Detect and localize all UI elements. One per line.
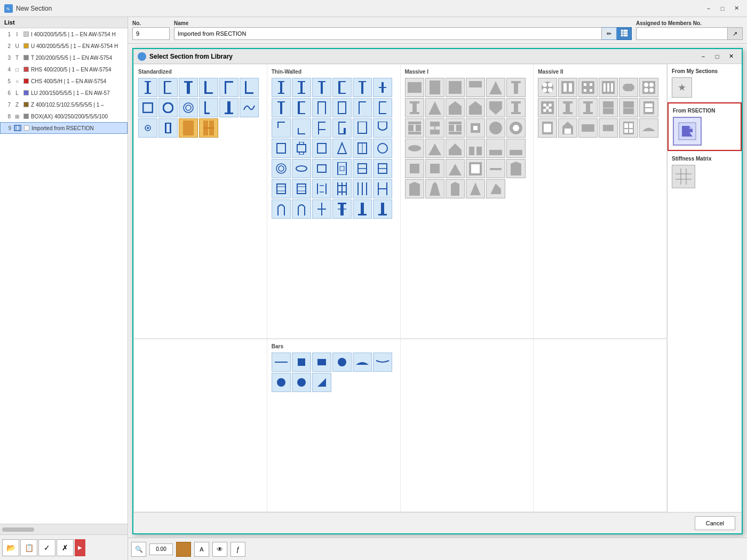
copy-section-button[interactable]: 📋 xyxy=(20,539,37,556)
section-icon[interactable] xyxy=(486,78,505,97)
check-button[interactable]: ✓ xyxy=(38,539,55,556)
section-icon[interactable] xyxy=(353,179,372,198)
section-icon[interactable] xyxy=(332,179,352,198)
section-icon[interactable] xyxy=(373,98,392,117)
section-icon[interactable] xyxy=(292,78,311,97)
section-icon[interactable] xyxy=(425,139,444,158)
section-icon[interactable] xyxy=(578,118,598,138)
section-icon[interactable] xyxy=(272,159,291,178)
section-icon[interactable] xyxy=(272,179,291,198)
section-icon[interactable] xyxy=(272,98,291,117)
section-icon[interactable] xyxy=(466,118,485,138)
section-icon[interactable] xyxy=(138,118,157,138)
section-icon[interactable] xyxy=(272,139,291,158)
section-icon[interactable] xyxy=(332,199,352,219)
section-icon[interactable] xyxy=(292,98,311,117)
section-icon[interactable] xyxy=(558,78,577,97)
material-button[interactable] xyxy=(176,542,191,557)
section-icon[interactable] xyxy=(353,118,372,138)
section-icon[interactable] xyxy=(446,159,465,178)
section-icon[interactable] xyxy=(353,98,372,117)
section-icon[interactable] xyxy=(312,98,331,117)
section-icon[interactable] xyxy=(332,78,352,97)
section-icon[interactable] xyxy=(292,179,311,198)
section-icon[interactable] xyxy=(332,159,352,178)
list-item[interactable]: 5 ○ CHS 400/5/H | 1 – EN AW-5754 xyxy=(0,75,128,87)
section-icon[interactable] xyxy=(405,78,424,97)
dialog-minimize-button[interactable]: − xyxy=(697,51,710,62)
section-icon[interactable] xyxy=(272,78,291,97)
section-icon[interactable] xyxy=(619,98,638,117)
library-button[interactable] xyxy=(617,27,632,40)
section-icon[interactable] xyxy=(558,118,577,138)
section-icon[interactable] xyxy=(353,78,372,97)
section-icon[interactable] xyxy=(199,78,218,97)
section-icon[interactable] xyxy=(639,118,658,138)
section-icon[interactable] xyxy=(373,179,392,198)
scroll-bar[interactable] xyxy=(0,524,128,534)
delete-button[interactable]: ✗ xyxy=(57,539,74,556)
section-icon[interactable] xyxy=(332,118,352,138)
rsection-button[interactable] xyxy=(673,117,702,146)
section-icon[interactable] xyxy=(353,353,372,372)
section-icon[interactable] xyxy=(292,199,311,219)
section-icon[interactable] xyxy=(639,78,658,97)
section-icon[interactable] xyxy=(486,118,505,138)
section-icon[interactable] xyxy=(486,159,505,178)
section-icon[interactable] xyxy=(312,118,331,138)
section-icon[interactable] xyxy=(272,373,291,392)
section-icon[interactable] xyxy=(373,78,392,97)
close-button[interactable]: ✕ xyxy=(730,3,743,14)
maximize-button[interactable]: □ xyxy=(716,3,729,14)
section-icon[interactable] xyxy=(619,118,638,138)
section-icon[interactable] xyxy=(466,179,485,198)
section-icon[interactable] xyxy=(486,179,505,198)
section-icon[interactable] xyxy=(179,78,198,97)
section-icon[interactable] xyxy=(599,118,618,138)
section-icon[interactable] xyxy=(373,199,392,219)
name-input[interactable] xyxy=(174,27,602,40)
section-icon[interactable] xyxy=(312,159,331,178)
section-icon[interactable] xyxy=(446,118,465,138)
section-icon[interactable] xyxy=(312,199,331,219)
section-icon-orange[interactable] xyxy=(179,118,198,138)
minimize-button[interactable]: − xyxy=(702,3,715,14)
section-icon[interactable] xyxy=(219,78,239,97)
section-icon[interactable] xyxy=(466,139,485,158)
section-icon[interactable] xyxy=(446,98,465,117)
section-icon[interactable] xyxy=(272,199,291,219)
section-icon[interactable] xyxy=(312,373,331,392)
section-icon[interactable] xyxy=(446,78,465,97)
section-icon[interactable] xyxy=(538,118,557,138)
section-icon[interactable] xyxy=(312,353,331,372)
section-icon[interactable] xyxy=(272,353,291,372)
section-icon[interactable] xyxy=(486,139,505,158)
section-icon[interactable] xyxy=(466,159,485,178)
section-icon[interactable] xyxy=(292,373,311,392)
list-item[interactable]: 2 U U 400/200/5/5/5 | 1 – EN AW-5754 H xyxy=(0,40,128,52)
section-icon[interactable] xyxy=(332,139,352,158)
section-icon[interactable] xyxy=(138,78,157,97)
section-icon[interactable] xyxy=(292,159,311,178)
function-button[interactable]: ƒ xyxy=(231,542,245,557)
section-icon[interactable] xyxy=(466,98,485,117)
section-icon[interactable] xyxy=(506,118,526,138)
list-item[interactable]: 1 I I 400/200/5/5/5 | 1 – EN AW-5754 H xyxy=(0,28,128,40)
section-icon[interactable] xyxy=(405,118,424,138)
expand-button[interactable]: ▶ xyxy=(75,539,85,556)
section-icon[interactable] xyxy=(353,199,372,219)
section-icon-orange[interactable] xyxy=(199,118,218,138)
section-icon[interactable] xyxy=(292,353,311,372)
section-icon[interactable] xyxy=(425,118,444,138)
section-icon[interactable] xyxy=(405,159,424,178)
section-icon[interactable] xyxy=(292,139,311,158)
section-icon[interactable] xyxy=(558,98,577,117)
section-icon[interactable] xyxy=(599,78,618,97)
section-icon[interactable] xyxy=(538,78,557,97)
my-sections-button[interactable]: ★ xyxy=(672,77,692,98)
section-icon[interactable] xyxy=(158,118,178,138)
section-icon[interactable] xyxy=(332,353,352,372)
section-icon[interactable] xyxy=(272,118,291,138)
scroll-thumb[interactable] xyxy=(2,527,34,532)
stiffness-matrix-button[interactable] xyxy=(672,165,695,188)
